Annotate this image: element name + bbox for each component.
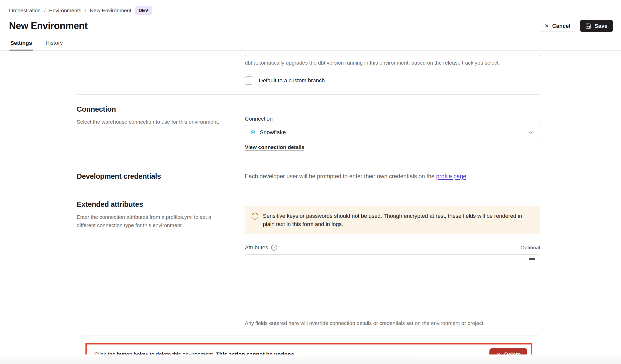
connection-select[interactable]: ❄ Snowflake xyxy=(245,125,540,140)
chevron-down-icon xyxy=(527,129,534,136)
page-title: New Environment xyxy=(9,21,87,31)
breadcrumb: Orchestration / Environments / New Envir… xyxy=(9,6,613,15)
extended-attributes-section: Extended attributes Enter the connection… xyxy=(77,189,540,326)
breadcrumb-new-environment: New Environment xyxy=(90,8,131,14)
attributes-editor[interactable] xyxy=(245,254,540,316)
env-type-badge: DEV xyxy=(135,6,152,15)
devcred-text-after: . xyxy=(466,173,468,179)
connection-selected-value: Snowflake xyxy=(260,129,286,136)
help-icon[interactable]: ? xyxy=(271,245,277,251)
save-button-label: Save xyxy=(595,23,607,29)
connection-section: Connection Select the warehouse connecti… xyxy=(77,95,540,150)
connection-section-left: Connection Select the warehouse connecti… xyxy=(77,105,245,150)
custom-branch-label[interactable]: Default to a custom branch xyxy=(259,77,325,84)
breadcrumb-separator: / xyxy=(85,8,86,14)
extended-attributes-description: Enter the connection attributes from a p… xyxy=(77,213,227,229)
attributes-field-label: Attributes xyxy=(245,244,268,251)
alert-icon: ! xyxy=(252,213,258,220)
development-credentials-title: Development credentials xyxy=(77,172,245,180)
delete-button[interactable]: ✕ Delete xyxy=(489,348,527,361)
release-track-helper: dbt automatically upgrades the dbt versi… xyxy=(245,60,540,66)
extended-attributes-title: Extended attributes xyxy=(77,200,245,209)
delete-environment-row: Click the button below to delete this en… xyxy=(85,343,532,364)
extended-attributes-right: ! Sensitive keys or passwords should not… xyxy=(245,200,540,326)
title-row: New Environment ✕ Cancel Save xyxy=(9,20,613,32)
connection-field-label: Connection xyxy=(245,116,540,122)
close-icon: ✕ xyxy=(496,352,500,357)
sensitive-keys-warning: ! Sensitive keys or passwords should not… xyxy=(245,206,540,234)
devcred-text-before: Each developer user will be prompted to … xyxy=(245,173,436,179)
connection-section-description: Select the warehouse connection to use f… xyxy=(77,118,227,126)
breadcrumb-separator: / xyxy=(44,8,46,14)
attributes-label-group: Attributes ? xyxy=(245,244,277,251)
delete-text-normal: Click the button below to delete this en… xyxy=(94,351,216,357)
close-icon: ✕ xyxy=(545,23,549,29)
delete-text-bold: This action cannot be undone. xyxy=(216,351,296,357)
view-connection-details-link[interactable]: View connection details xyxy=(245,144,304,150)
save-button[interactable]: Save xyxy=(580,20,613,32)
header-actions: ✕ Cancel Save xyxy=(539,20,613,32)
settings-form: dbt automatically upgrades the dbt versi… xyxy=(77,51,540,364)
connection-section-right: Connection ❄ Snowflake View connection d… xyxy=(245,105,540,150)
collapse-icon[interactable] xyxy=(529,258,535,260)
delete-button-label: Delete xyxy=(504,351,521,358)
attributes-editor-wrap xyxy=(245,254,540,316)
profile-page-link[interactable]: profile page xyxy=(436,173,466,179)
breadcrumb-environments[interactable]: Environments xyxy=(49,8,81,14)
delete-environment-text: Click the button below to delete this en… xyxy=(94,351,295,358)
page-header: Orchestration / Environments / New Envir… xyxy=(0,0,621,32)
attributes-header-row: Attributes ? Optional xyxy=(245,244,540,251)
tab-bar: Settings History xyxy=(0,38,621,51)
attributes-helper: Any fields entered here will override co… xyxy=(245,320,540,326)
development-credentials-section: Development credentials Each developer u… xyxy=(77,172,540,180)
development-credentials-text: Each developer user will be prompted to … xyxy=(245,172,540,180)
development-credentials-left: Development credentials xyxy=(77,172,245,180)
tab-history[interactable]: History xyxy=(45,38,64,50)
release-track-input-partial[interactable] xyxy=(245,51,540,56)
custom-branch-row: Default to a custom branch xyxy=(245,76,540,85)
cancel-button[interactable]: ✕ Cancel xyxy=(539,20,576,32)
tab-settings[interactable]: Settings xyxy=(9,38,33,50)
snowflake-icon: ❄ xyxy=(250,129,256,136)
connection-section-title: Connection xyxy=(77,105,245,113)
custom-branch-checkbox[interactable] xyxy=(245,76,253,85)
breadcrumb-orchestration[interactable]: Orchestration xyxy=(9,8,41,14)
extended-attributes-left: Extended attributes Enter the connection… xyxy=(77,200,245,326)
save-icon xyxy=(585,23,591,29)
optional-label: Optional xyxy=(521,245,540,251)
warning-text: Sensitive keys or passwords should not b… xyxy=(263,212,533,228)
cancel-button-label: Cancel xyxy=(552,23,570,29)
danger-zone-card: Click the button below to delete this en… xyxy=(81,335,540,364)
